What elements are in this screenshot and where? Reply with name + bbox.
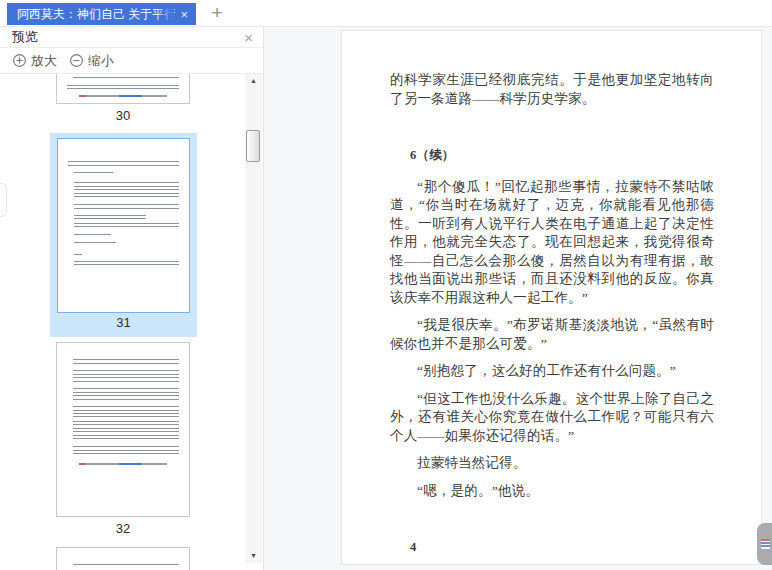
- side-panel-handle[interactable]: [757, 523, 772, 565]
- thumbnail-footer-line: [79, 95, 167, 97]
- scrollbar-thumb[interactable]: [246, 130, 260, 162]
- paragraph: “那个傻瓜！”回忆起那些事情，拉蒙特不禁咕哝道，“你当时在场就好了，迈克，你就能…: [390, 178, 714, 308]
- thumbnail-footer-line: [79, 463, 167, 465]
- section-heading: 4: [390, 538, 714, 557]
- thumbnail-label-30: 30: [56, 108, 190, 123]
- tab-document[interactable]: 阿西莫夫：神们自己 关于平行宇 ×: [7, 3, 196, 25]
- preview-panel: 预览 × 放大 缩小 30: [0, 27, 264, 570]
- paragraph: “别抱怨了，这么好的工作还有什么问题。”: [390, 362, 714, 381]
- preview-panel-title: 预览: [0, 28, 38, 46]
- mini-doc-icon: [761, 539, 770, 549]
- paragraph: 的科学家生涯已经彻底完结。于是他更加坚定地转向了另一条道路——科学历史学家。: [390, 71, 714, 108]
- paragraph: “嗯，是的。”他说。: [390, 482, 714, 501]
- tab-bar: 阿西莫夫：神们自己 关于平行宇 × +: [0, 0, 772, 27]
- paragraph: “但这工作也没什么乐趣。这个世界上除了自己之外，还有谁关心你究竟在做什么工作呢？…: [390, 390, 714, 446]
- thumbnail-page-30[interactable]: [56, 74, 190, 104]
- thumbnail-label-32: 32: [56, 521, 190, 536]
- zoom-in-button[interactable]: 放大: [12, 52, 57, 70]
- thumbnail-scrollbar[interactable]: ▲ ▼: [245, 74, 262, 563]
- tab-close-icon[interactable]: ×: [178, 7, 190, 22]
- thumbnail-page-33[interactable]: [56, 547, 190, 570]
- preview-close-icon[interactable]: ×: [244, 30, 253, 45]
- thumbnail-selection-highlight: 31: [50, 133, 197, 337]
- new-tab-button[interactable]: +: [205, 1, 229, 25]
- paragraph: “我是很庆幸。”布罗诺斯基淡淡地说，“虽然有时候你也并不是那么可爱。”: [390, 316, 714, 353]
- thumbnail-list: 30 31: [0, 74, 245, 570]
- zoom-out-icon: [69, 53, 84, 68]
- paragraph: 拉蒙特当然记得。: [390, 454, 714, 473]
- thumbnail-page-32[interactable]: [56, 342, 190, 517]
- tab-title: 阿西莫夫：神们自己 关于平行宇: [17, 6, 175, 23]
- scroll-up-icon[interactable]: ▲: [245, 74, 262, 88]
- document-viewport: 的科学家生涯已经彻底完结。于是他更加坚定地转向了另一条道路——科学历史学家。 6…: [264, 27, 772, 570]
- preview-toolbar: 放大 缩小: [0, 48, 263, 74]
- thumbnail-page-31[interactable]: [57, 138, 190, 313]
- scroll-down-icon[interactable]: ▼: [245, 549, 262, 563]
- thumbnail-label-31: 31: [50, 315, 197, 330]
- zoom-in-label: 放大: [31, 52, 57, 70]
- panel-collapse-handle[interactable]: [0, 183, 7, 217]
- zoom-out-button[interactable]: 缩小: [69, 52, 114, 70]
- document-page: 的科学家生涯已经彻底完结。于是他更加坚定地转向了另一条道路——科学历史学家。 6…: [341, 30, 762, 565]
- section-heading: 6（续）: [390, 146, 714, 165]
- preview-panel-header: 预览 ×: [0, 27, 263, 48]
- page-text: 的科学家生涯已经彻底完结。于是他更加坚定地转向了另一条道路——科学历史学家。 6…: [342, 31, 761, 570]
- zoom-in-icon: [12, 53, 27, 68]
- zoom-out-label: 缩小: [88, 52, 114, 70]
